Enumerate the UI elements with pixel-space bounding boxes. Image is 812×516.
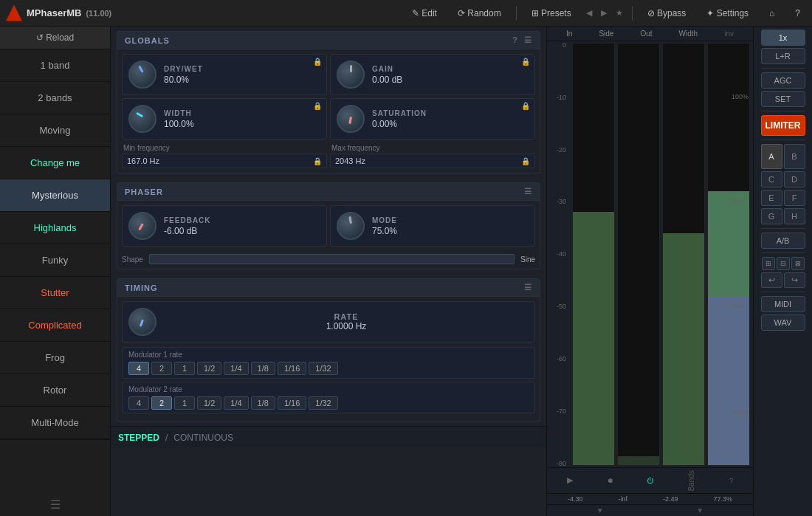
- drywet-lock-icon[interactable]: 🔒: [313, 58, 322, 66]
- sidebar-item-1band[interactable]: 1 band: [0, 49, 110, 82]
- sidebar-collapse-button[interactable]: ☰: [50, 498, 61, 512]
- set-button[interactable]: SET: [761, 91, 805, 107]
- phaser-menu-icon[interactable]: ☰: [524, 187, 532, 196]
- star-preset-button[interactable]: ★: [616, 8, 623, 18]
- rc-icon2-button[interactable]: ⊟: [777, 257, 790, 270]
- meter-inv-label[interactable]: inv: [724, 30, 734, 38]
- mod2-btn-1[interactable]: 1: [174, 396, 195, 410]
- mod2-btn-half[interactable]: 1/2: [197, 396, 221, 410]
- scale-50: -50: [550, 303, 566, 310]
- f-slot-button[interactable]: F: [784, 190, 805, 206]
- agc-button[interactable]: AGC: [761, 72, 805, 89]
- help-button[interactable]: ?: [789, 5, 806, 21]
- globals-menu-icon[interactable]: ☰: [524, 35, 532, 45]
- side-db-value: -inf: [618, 495, 627, 503]
- a-slot-button[interactable]: A: [761, 144, 782, 169]
- midi-button[interactable]: MIDI: [761, 296, 805, 312]
- sidebar-item-mysterious[interactable]: Mysterious: [0, 179, 110, 212]
- drywet-knob[interactable]: [128, 61, 156, 89]
- edit-button[interactable]: ✎ Edit: [406, 5, 443, 21]
- max-freq-lock-icon[interactable]: 🔒: [521, 157, 530, 165]
- rc-sep1: [761, 68, 805, 69]
- gain-lock-icon[interactable]: 🔒: [521, 58, 530, 66]
- rc-icon3-button[interactable]: ⊠: [791, 257, 805, 270]
- sidebar-item-changeme[interactable]: Change me: [0, 147, 110, 179]
- min-freq-lock-icon[interactable]: 🔒: [313, 157, 322, 165]
- c-slot-button[interactable]: C: [761, 171, 782, 188]
- mod2-btn-16th[interactable]: 1/16: [278, 396, 306, 410]
- sidebar-item-rotor[interactable]: Rotor: [0, 374, 110, 407]
- meter-collapse-left-icon[interactable]: ▼: [596, 506, 604, 515]
- phaser-header: PHASER ☰: [117, 183, 540, 201]
- meter-record-icon[interactable]: ⏺: [607, 477, 613, 484]
- mod1-btn-half[interactable]: 1/2: [197, 362, 221, 375]
- d-slot-button[interactable]: D: [784, 171, 805, 188]
- bypass-button[interactable]: ⊘ Bypass: [641, 5, 692, 21]
- mod2-btn-eighth[interactable]: 1/8: [251, 396, 275, 410]
- h-slot-button[interactable]: H: [784, 208, 805, 224]
- multiplier-button[interactable]: 1x: [761, 30, 805, 46]
- mod1-btn-quarter[interactable]: 1/4: [224, 362, 248, 375]
- shape-bar[interactable]: [149, 254, 515, 264]
- sidebar-item-frog[interactable]: Frog: [0, 342, 110, 374]
- width-knob[interactable]: [128, 105, 156, 133]
- width-lock-icon[interactable]: 🔒: [313, 102, 322, 110]
- mod2-btn-quarter[interactable]: 1/4: [224, 396, 248, 410]
- min-freq-value: 167.0 Hz: [127, 156, 313, 165]
- meter-play-icon[interactable]: ▶: [567, 475, 573, 485]
- meter-width-label: Width: [679, 30, 698, 38]
- timing-menu-icon[interactable]: ☰: [524, 283, 532, 292]
- rc-icon1-button[interactable]: ⊞: [762, 257, 775, 270]
- b-slot-button[interactable]: B: [784, 144, 805, 169]
- stepped-label[interactable]: STEPPED: [118, 433, 159, 443]
- saturation-knob[interactable]: [337, 105, 365, 133]
- globals-help-icon[interactable]: ?: [512, 35, 518, 45]
- mod1-btn-4[interactable]: 4: [128, 362, 149, 375]
- sidebar-item-funky[interactable]: Funky: [0, 244, 110, 277]
- sidebar-item-2bands[interactable]: 2 bands: [0, 82, 110, 114]
- mod2-btn-32nd[interactable]: 1/32: [309, 396, 337, 410]
- mod1-btn-1[interactable]: 1: [174, 362, 195, 375]
- sidebar-item-stutter[interactable]: Stutter: [0, 277, 110, 309]
- settings-button[interactable]: ✦ Settings: [701, 5, 754, 21]
- saturation-value: 0.00%: [372, 119, 529, 129]
- wav-button[interactable]: WAV: [761, 314, 805, 331]
- prev-preset-button[interactable]: ◀: [586, 8, 592, 18]
- channel-button[interactable]: L+R: [761, 48, 805, 64]
- redo-button[interactable]: ↪: [784, 272, 805, 288]
- next-preset-button[interactable]: ▶: [601, 8, 607, 18]
- mode-value: 75.0%: [372, 226, 529, 236]
- mod2-btn-2[interactable]: 2: [151, 396, 172, 410]
- gain-knob[interactable]: [337, 61, 365, 89]
- rate-knob[interactable]: [128, 308, 156, 336]
- scale-80: -80: [550, 460, 566, 467]
- mode-knob[interactable]: [337, 212, 365, 240]
- presets-button[interactable]: ⊞ Presets: [526, 5, 577, 21]
- sidebar-item-highlands[interactable]: Highlands: [0, 212, 110, 244]
- home-button[interactable]: ⌂: [763, 5, 780, 21]
- mod1-btn-32nd[interactable]: 1/32: [309, 362, 337, 375]
- mod1-btn-eighth[interactable]: 1/8: [251, 362, 275, 375]
- mod1-btn-16th[interactable]: 1/16: [278, 362, 306, 375]
- random-button[interactable]: ⟳ Random: [452, 5, 507, 21]
- reload-button[interactable]: ↺ Reload: [0, 27, 110, 49]
- mod1-btn-2[interactable]: 2: [151, 362, 172, 375]
- meter-collapse-right-icon[interactable]: ▼: [696, 506, 703, 515]
- e-slot-button[interactable]: E: [761, 190, 782, 206]
- min-freq-input[interactable]: 167.0 Hz 🔒: [122, 154, 327, 168]
- ab-button[interactable]: A/B: [761, 233, 805, 249]
- meter-power-icon[interactable]: ⏻: [647, 477, 653, 484]
- sidebar-item-moving[interactable]: Moving: [0, 114, 110, 147]
- max-freq-input[interactable]: 2043 Hz 🔒: [330, 154, 535, 168]
- sidebar-item-multimode[interactable]: Multi-Mode: [0, 407, 110, 439]
- saturation-lock-icon[interactable]: 🔒: [521, 102, 530, 110]
- meter-help-icon[interactable]: ?: [729, 477, 733, 484]
- continuous-label[interactable]: CONTINUOUS: [173, 433, 233, 443]
- feedback-knob[interactable]: [128, 212, 156, 240]
- bands-tab[interactable]: Bands: [687, 470, 695, 491]
- undo-button[interactable]: ↩: [761, 272, 782, 288]
- g-slot-button[interactable]: G: [761, 208, 782, 224]
- sidebar-item-complicated[interactable]: Complicated: [0, 309, 110, 342]
- limiter-button[interactable]: LIMITER: [761, 115, 805, 136]
- mod2-btn-4[interactable]: 4: [128, 396, 149, 410]
